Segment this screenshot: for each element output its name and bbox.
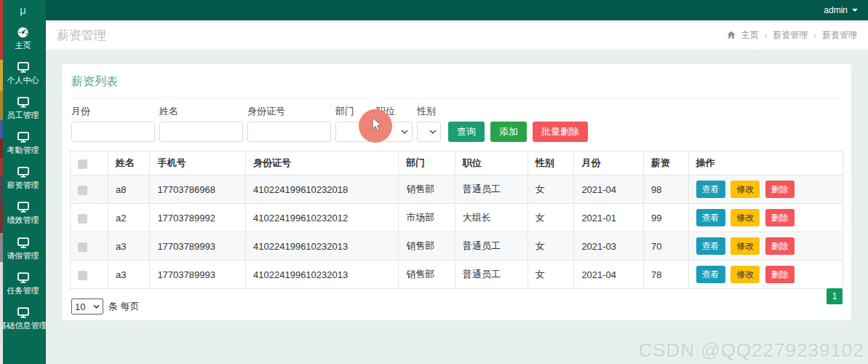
view-button[interactable]: 查看 [696,266,725,283]
delete-button[interactable]: 删除 [765,266,795,283]
sidebar-item-label: 薪资管理 [7,181,39,189]
chevron-down-icon [852,9,858,12]
monitor-icon [17,132,30,143]
name-filter: 姓名 [159,105,243,142]
sidebar-item-task-mgmt[interactable]: 任务管理 [0,266,46,301]
monitor-icon [17,97,30,108]
month-filter: 月份 [71,105,155,142]
monitor-icon [17,272,30,283]
sidebar-item-basic-info-mgmt[interactable]: 基础信息管理 [0,301,46,336]
name-filter-label: 姓名 [159,105,243,118]
column-header-id-number: 身份证号 [246,151,399,175]
per-page-control: 10 条 每页 [70,298,843,314]
sidebar-item-personal-center[interactable]: 个人中心 [0,55,46,90]
chevron-down-icon [360,130,367,134]
sidebar-nav: 主页 个人中心 员工管理 考勤管理 [0,20,46,336]
cell-position: 普通员工 [455,175,527,204]
cell-id-number: 410224199610232012 [246,204,399,232]
monitor-icon [17,237,30,248]
sidebar-item-employee-mgmt[interactable]: 员工管理 [0,90,46,125]
delete-button[interactable]: 删除 [765,181,795,198]
cell-month: 2021-03 [574,232,644,261]
sidebar-item-label: 主页 [15,41,31,50]
sidebar-item-performance-mgmt[interactable]: 绩效管理 [0,195,46,230]
sidebar-item-label: 员工管理 [7,111,39,119]
delete-button[interactable]: 删除 [765,209,795,226]
cell-gender: 女 [527,175,574,204]
sidebar: μ 主页 个人中心 员工管理 [0,0,46,364]
row-checkbox[interactable] [78,242,87,252]
row-checkbox[interactable] [78,186,87,195]
sidebar-item-leave-mgmt[interactable]: 请假管理 [0,231,46,266]
user-menu[interactable]: admin [824,5,858,15]
cell-salary: 70 [643,232,688,261]
cell-department: 市场部 [399,204,455,232]
cell-department: 销售部 [399,175,455,204]
id-number-filter-label: 身份证号 [247,105,331,118]
sidebar-item-label: 个人中心 [7,76,39,84]
edit-button[interactable]: 修改 [730,209,760,226]
monitor-icon [17,202,30,213]
sidebar-item-home[interactable]: 主页 [0,20,46,55]
per-page-label: 条 每页 [108,300,140,313]
cell-salary: 98 [643,175,688,204]
column-header-month: 月份 [574,151,644,175]
gender-filter-label: 性别 [417,105,441,118]
cell-position: 大组长 [455,204,527,232]
salary-list-panel: 薪资列表 月份 姓名 身份证号 部门 [62,64,851,320]
view-button[interactable]: 查看 [696,181,725,198]
cell-phone: 17703789993 [150,232,246,261]
chevron-down-icon [401,130,408,134]
sidebar-item-label: 任务管理 [7,286,39,295]
breadcrumb: 主页 › 薪资管理 › 薪资管理 [727,29,857,41]
delete-button[interactable]: 删除 [765,237,795,255]
query-button[interactable]: 查询 [448,122,485,142]
name-filter-input[interactable] [159,122,243,142]
cell-position: 普通员工 [455,261,527,289]
add-button[interactable]: 添加 [490,122,527,142]
breadcrumb-separator: › [765,31,768,39]
cell-gender: 女 [527,261,574,289]
column-header-gender: 性别 [527,151,574,175]
edit-button[interactable]: 修改 [730,181,760,198]
left-edge-decoration [0,0,3,364]
edit-button[interactable]: 修改 [730,266,760,283]
cell-phone: 17703789993 [150,261,246,289]
department-filter-select[interactable] [335,122,372,142]
gender-filter-select[interactable] [417,122,441,142]
id-number-filter-input[interactable] [247,122,331,142]
page-1-button[interactable]: 1 [827,288,843,304]
month-filter-input[interactable] [71,122,155,142]
breadcrumb-home[interactable]: 主页 [741,29,759,41]
column-header-salary: 薪资 [643,151,688,175]
sidebar-item-attendance-mgmt[interactable]: 考勤管理 [0,125,46,160]
row-checkbox[interactable] [78,271,87,280]
row-checkbox[interactable] [78,214,87,223]
dashboard-icon [17,27,29,38]
view-button[interactable]: 查看 [696,209,725,226]
view-button[interactable]: 查看 [696,237,725,255]
edit-button[interactable]: 修改 [730,237,760,255]
position-filter-select[interactable] [376,122,413,142]
per-page-select[interactable]: 10 [71,298,103,314]
cell-id-number: 410224199610232018 [246,175,399,204]
sidebar-item-salary-mgmt[interactable]: 薪资管理 [0,160,46,195]
cell-month: 2021-01 [574,204,644,232]
user-menu-label: admin [824,5,848,15]
filter-buttons: 查询 添加 批量删除 [448,122,588,142]
cell-id-number: 410224199610232013 [246,261,399,289]
sidebar-item-label: 请假管理 [7,251,39,260]
batch-delete-button[interactable]: 批量删除 [533,122,588,142]
home-icon [727,31,736,39]
select-all-checkbox[interactable] [78,159,87,169]
table-header-row: 姓名 手机号 身份证号 部门 职位 性别 月份 薪资 操作 [71,151,843,175]
department-filter-label: 部门 [335,105,372,118]
column-header-actions: 操作 [688,151,843,175]
breadcrumb-salary-mgmt[interactable]: 薪资管理 [773,29,808,41]
chevron-down-icon [429,130,437,134]
department-filter: 部门 [335,105,372,142]
position-filter-label: 职位 [376,105,413,118]
breadcrumb-current: 薪资管理 [822,29,857,41]
cell-position: 普通员工 [455,232,527,261]
cell-name: a2 [108,204,150,232]
